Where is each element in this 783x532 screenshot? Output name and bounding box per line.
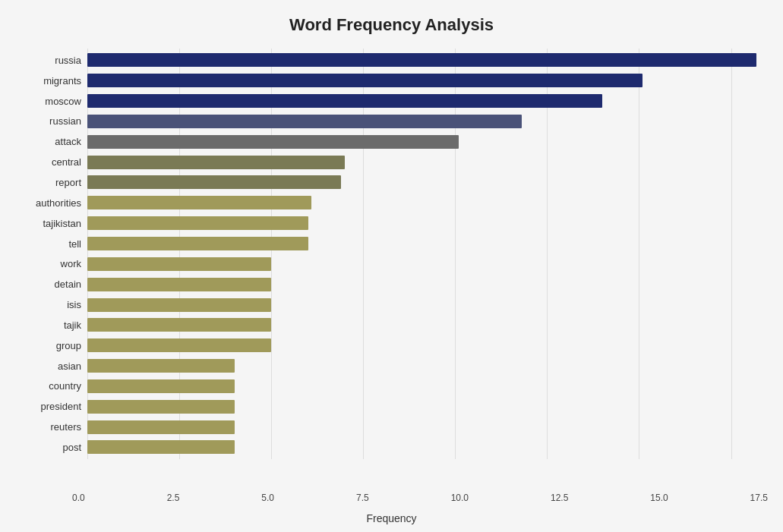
bar [87, 278, 271, 291]
bar-row [87, 174, 768, 190]
x-tick: 17.5 [750, 493, 768, 503]
x-tick: 0.0 [72, 493, 85, 503]
bar [87, 298, 271, 312]
bar-row [87, 419, 768, 436]
y-axis-label: post [15, 442, 81, 452]
x-tick: 12.5 [551, 493, 568, 503]
y-axis-label: authorities [15, 198, 81, 208]
y-axis-label: president [15, 401, 81, 411]
bar [87, 175, 341, 189]
bar [87, 53, 756, 67]
y-axis-label: country [15, 381, 81, 391]
bar [87, 440, 235, 454]
x-tick: 15.0 [650, 493, 668, 503]
x-tick: 2.5 [167, 493, 180, 503]
bar-row [87, 316, 768, 333]
x-tick: 7.5 [356, 493, 369, 503]
x-axis-label: Frequency [0, 512, 783, 524]
bar-row [87, 93, 768, 109]
bar-row [87, 398, 768, 415]
chart-area: russiamigrantsmoscowrussianattackcentral… [15, 49, 768, 459]
x-tick: 10.0 [451, 493, 469, 503]
y-axis-label: work [15, 259, 81, 269]
y-axis-label: attack [15, 137, 81, 146]
bar [87, 196, 311, 209]
bar-row [87, 72, 768, 89]
y-axis-label: isis [15, 300, 81, 310]
bar-row [87, 52, 768, 68]
bar-row [87, 256, 768, 272]
y-axis-label: detain [15, 279, 81, 289]
bar [87, 257, 271, 271]
bar-row [87, 337, 768, 354]
bar-row [87, 297, 768, 313]
bar [87, 156, 345, 169]
bar-row [87, 134, 768, 150]
y-axis-label: tell [15, 239, 81, 249]
bar-row [87, 378, 768, 395]
bar-row [87, 113, 768, 130]
bar-row [87, 276, 768, 293]
y-labels: russiamigrantsmoscowrussianattackcentral… [15, 49, 87, 459]
x-axis: 0.02.55.07.510.012.515.017.5 [72, 493, 768, 503]
y-axis-label: group [15, 341, 81, 351]
bars-and-grid [87, 49, 768, 459]
y-axis-label: asian [15, 361, 81, 371]
y-axis-label: migrants [15, 76, 81, 86]
chart-title: Word Frequency Analysis [15, 15, 768, 35]
bar [87, 338, 271, 352]
chart-container: Word Frequency Analysis russiamigrantsmo… [0, 0, 783, 532]
x-tick: 5.0 [261, 493, 274, 503]
y-axis-label: central [15, 157, 81, 167]
y-axis-label: russian [15, 116, 81, 126]
bar-row [87, 235, 768, 252]
y-axis-label: tajik [15, 320, 81, 330]
bar-row [87, 194, 768, 211]
bar [87, 135, 459, 149]
y-axis-label: russia [15, 55, 81, 65]
y-axis-label: report [15, 178, 81, 187]
y-axis-label: tajikistan [15, 219, 81, 228]
bar [87, 359, 235, 373]
bar-row [87, 215, 768, 231]
bar-row [87, 439, 768, 455]
bar [87, 74, 643, 87]
bar [87, 94, 602, 108]
y-axis-label: reuters [15, 422, 81, 432]
bar-row [87, 154, 768, 171]
bar [87, 379, 235, 393]
bar [87, 216, 308, 230]
y-axis-label: moscow [15, 96, 81, 106]
bar-row [87, 357, 768, 374]
bar [87, 237, 308, 250]
bar [87, 420, 235, 434]
bar [87, 318, 271, 332]
bar [87, 115, 522, 128]
bar [87, 400, 235, 414]
